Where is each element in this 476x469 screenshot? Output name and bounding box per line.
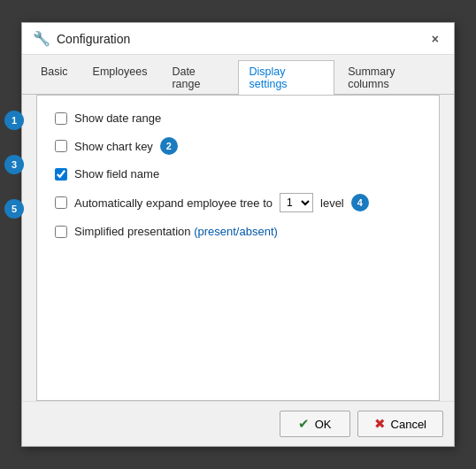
badge-4: 4 — [351, 194, 369, 211]
option-simplified-presentation: Simplified presentation (present/absent) — [55, 225, 421, 238]
level-select[interactable]: 1 2 3 4 5 — [280, 193, 313, 212]
cancel-icon: ✖ — [374, 416, 386, 432]
badge-2: 2 — [160, 137, 178, 155]
ok-label: OK — [315, 418, 332, 431]
label-simplified-text: Simplified presentation — [74, 225, 191, 238]
footer: ✔ OK ✖ Cancel — [22, 401, 454, 446]
checkbox-simplified-presentation[interactable] — [55, 226, 67, 238]
label-simplified-presentation[interactable]: Simplified presentation (present/absent) — [74, 225, 278, 238]
ok-icon: ✔ — [298, 416, 310, 432]
tab-bar: Basic Employees Date range Display setti… — [22, 55, 454, 95]
side-badge-1: 1 — [4, 111, 24, 130]
checkbox-show-chart-key[interactable] — [55, 140, 67, 152]
label-show-field-name[interactable]: Show field name — [74, 167, 159, 181]
dialog-title: Configuration — [57, 32, 130, 46]
tab-date-range[interactable]: Date range — [160, 60, 235, 95]
title-bar-left: 🔧 Configuration — [33, 30, 130, 47]
tab-employees[interactable]: Employees — [81, 60, 159, 95]
wrench-icon: 🔧 — [33, 30, 50, 47]
checkbox-show-date-range[interactable] — [55, 112, 67, 125]
side-badges: 1 3 5 — [4, 111, 24, 231]
option-auto-expand: Automatically expand employee tree to 1 … — [55, 193, 421, 212]
side-badge-5: 5 — [4, 199, 24, 219]
label-show-chart-key[interactable]: Show chart key — [74, 140, 153, 153]
checkbox-show-field-name[interactable] — [55, 168, 67, 181]
title-bar: 🔧 Configuration × — [22, 23, 454, 55]
cancel-label: Cancel — [391, 418, 426, 431]
label-simplified-highlight: (present/absent) — [194, 225, 278, 238]
option-show-date-range: Show date range — [55, 111, 421, 125]
label-show-date-range[interactable]: Show date range — [74, 111, 161, 125]
cancel-button[interactable]: ✖ Cancel — [357, 411, 443, 437]
tab-summary-columns[interactable]: Summary columns — [336, 60, 447, 95]
close-button[interactable]: × — [427, 31, 443, 47]
tab-display-settings[interactable]: Display settings — [238, 60, 335, 95]
option-show-chart-key: Show chart key 2 — [55, 137, 421, 155]
checkbox-auto-expand[interactable] — [55, 196, 67, 209]
label-auto-expand[interactable]: Automatically expand employee tree to — [74, 196, 273, 210]
level-text: level — [320, 196, 344, 210]
configuration-dialog: 🔧 Configuration × Basic Employees Date r… — [21, 22, 455, 447]
ok-button[interactable]: ✔ OK — [280, 411, 350, 437]
side-badge-3: 3 — [4, 155, 24, 174]
content-area: Show date range Show chart key 2 Show fi… — [36, 95, 440, 401]
option-show-field-name: Show field name — [55, 167, 421, 181]
tab-basic[interactable]: Basic — [29, 60, 80, 95]
